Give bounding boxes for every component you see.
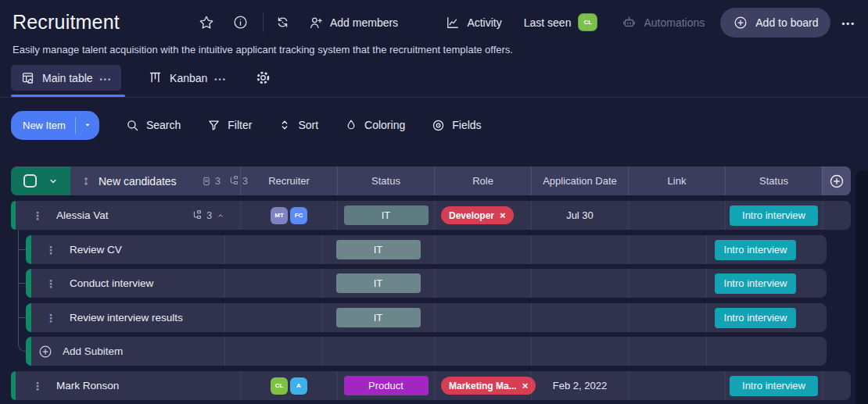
status-cell[interactable]: IT: [337, 201, 434, 230]
status-badge[interactable]: IT: [336, 274, 421, 293]
sort-button[interactable]: Sort: [278, 118, 318, 132]
subitems-toggle[interactable]: 3: [191, 201, 225, 230]
subitem-row[interactable]: Review CV IT Intro interview: [26, 235, 827, 264]
table-row[interactable]: Alessia Vat 3 MT FC IT: [11, 201, 851, 230]
row-menu-icon[interactable]: [45, 312, 57, 324]
role-cell[interactable]: Marketing Ma...: [434, 371, 531, 400]
filter-button[interactable]: Filter: [206, 118, 252, 133]
chevron-down-icon[interactable]: [48, 176, 59, 187]
add-members-button[interactable]: Add members: [308, 15, 398, 30]
sort-updown-icon[interactable]: [81, 176, 91, 187]
stage-badge[interactable]: Intro interview: [715, 240, 796, 260]
status-badge[interactable]: IT: [344, 206, 429, 225]
empty-cell[interactable]: [434, 235, 531, 264]
status-cell[interactable]: IT: [321, 303, 434, 332]
chevron-down-icon[interactable]: [76, 111, 99, 140]
application-date-cell[interactable]: Jul 30: [531, 201, 628, 230]
status-2-cell[interactable]: Intro interview: [725, 371, 822, 400]
board-menu-button[interactable]: [841, 16, 855, 29]
group-header[interactable]: New candidates 3 3: [70, 166, 240, 195]
subitem-name-cell[interactable]: Review interview results: [26, 303, 224, 332]
tab-kanban[interactable]: Kanban: [138, 65, 236, 91]
empty-cell[interactable]: [224, 269, 321, 298]
role-tag[interactable]: Marketing Ma...: [441, 377, 536, 395]
application-date-cell[interactable]: Feb 2, 2022: [531, 371, 628, 400]
views-settings-button[interactable]: [255, 70, 271, 86]
subitem-name-cell[interactable]: Conduct interview: [26, 269, 224, 298]
column-header-application-date[interactable]: Application Date: [531, 166, 628, 195]
link-cell[interactable]: [628, 371, 725, 400]
link-cell[interactable]: [628, 201, 725, 230]
subitem-name-cell[interactable]: Review CV: [26, 235, 224, 264]
empty-cell[interactable]: [224, 303, 321, 332]
favorite-button[interactable]: [198, 14, 215, 31]
empty-cell[interactable]: [531, 269, 628, 298]
stage-badge[interactable]: Intro interview: [730, 376, 818, 396]
checkbox-icon[interactable]: [23, 174, 37, 188]
status-2-cell[interactable]: Intro interview: [725, 201, 822, 230]
group-select-all[interactable]: [11, 166, 70, 195]
status-cell[interactable]: Product: [337, 371, 434, 400]
row-menu-icon[interactable]: [45, 277, 57, 290]
stage-badge[interactable]: Intro interview: [715, 308, 796, 328]
activity-button[interactable]: Activity: [445, 15, 501, 30]
row-menu-icon[interactable]: [45, 244, 57, 256]
stage-badge[interactable]: Intro interview: [730, 206, 818, 226]
stage-badge[interactable]: Intro interview: [715, 274, 796, 294]
empty-cell[interactable]: [628, 269, 706, 298]
status-cell[interactable]: IT: [321, 235, 434, 264]
tab-kanban-menu[interactable]: [214, 72, 226, 84]
subitem-row[interactable]: Conduct interview IT Intro interview: [26, 269, 827, 298]
status-badge[interactable]: Product: [344, 376, 429, 395]
status-cell[interactable]: IT: [321, 269, 434, 298]
remove-icon[interactable]: [500, 209, 506, 221]
empty-cell[interactable]: [434, 303, 531, 332]
page-title[interactable]: Recruitment: [13, 11, 120, 34]
subitem-row[interactable]: Review interview results IT Intro interv…: [26, 303, 827, 332]
avatar[interactable]: A: [290, 377, 307, 395]
item-name-cell[interactable]: Mark Ronson: [11, 371, 240, 400]
group-title[interactable]: New candidates: [99, 175, 177, 188]
add-column-button[interactable]: [822, 166, 851, 195]
tab-main-table-menu[interactable]: [100, 72, 112, 84]
add-to-board-button[interactable]: Add to board: [720, 8, 830, 38]
empty-cell[interactable]: [434, 269, 531, 298]
sync-button[interactable]: [274, 14, 291, 30]
last-seen-avatar[interactable]: CL: [578, 13, 597, 31]
automations-button[interactable]: Automations: [621, 14, 705, 30]
status-2-cell[interactable]: Intro interview: [706, 269, 827, 298]
add-subitem-row[interactable]: Add Subitem: [26, 337, 827, 366]
tab-main-table[interactable]: Main table: [11, 65, 121, 91]
fields-button[interactable]: Fields: [431, 118, 481, 133]
remove-icon[interactable]: [522, 380, 529, 391]
subitem-name[interactable]: Review CV: [70, 244, 122, 256]
empty-cell[interactable]: [531, 303, 628, 332]
column-header-status-2[interactable]: Status: [725, 166, 822, 195]
column-header-link[interactable]: Link: [628, 166, 725, 195]
empty-cell[interactable]: [628, 235, 706, 264]
coloring-button[interactable]: Coloring: [344, 118, 405, 132]
new-item-button[interactable]: New Item: [11, 111, 99, 140]
column-header-recruiter[interactable]: Recruiter: [240, 166, 337, 195]
status-badge[interactable]: IT: [336, 308, 421, 327]
item-name[interactable]: Alessia Vat: [56, 209, 109, 221]
search-button[interactable]: Search: [125, 118, 181, 133]
avatar[interactable]: CL: [271, 377, 288, 395]
avatar[interactable]: FC: [290, 207, 307, 224]
table-row[interactable]: Mark Ronson CL A Product Marketing Ma...…: [11, 371, 851, 400]
board-info-button[interactable]: [232, 14, 249, 30]
row-menu-icon[interactable]: [31, 209, 44, 222]
column-header-status[interactable]: Status: [337, 166, 434, 195]
add-subitem-button[interactable]: Add Subitem: [26, 337, 123, 366]
recruiter-cell[interactable]: MT FC: [240, 201, 337, 230]
empty-cell[interactable]: [224, 235, 321, 264]
role-cell[interactable]: Developer: [434, 201, 531, 230]
column-header-role[interactable]: Role: [434, 166, 531, 195]
status-2-cell[interactable]: Intro interview: [706, 235, 827, 264]
empty-cell[interactable]: [628, 303, 706, 332]
empty-cell[interactable]: [531, 235, 628, 264]
chevron-up-icon[interactable]: [216, 211, 225, 220]
subitem-name[interactable]: Conduct interview: [70, 277, 153, 289]
role-tag[interactable]: Developer: [441, 206, 514, 224]
recruiter-cell[interactable]: CL A: [240, 371, 337, 400]
